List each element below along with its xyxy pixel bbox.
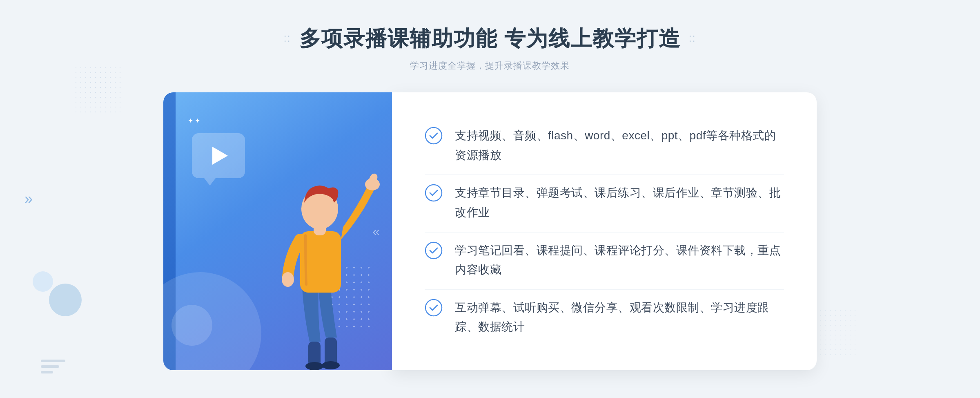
deco-circle-small [172, 305, 212, 346]
main-content: ✦ ✦ « [163, 92, 817, 370]
svg-point-3 [322, 361, 340, 369]
page-container: » ⁚⁚ 多项录播课辅助功能 专为线上教学打造 ⁚⁚ 学习进度全掌握，提升录播课… [0, 0, 980, 398]
check-icon-4 [425, 299, 443, 317]
check-icon-1 [425, 127, 443, 145]
header-title-row: ⁚⁚ 多项录播课辅助功能 专为线上教学打造 ⁚⁚ [284, 25, 696, 53]
feature-text-3: 学习笔记回看、课程提问、课程评论打分、课件资料下载，重点内容收藏 [455, 241, 784, 279]
features-panel: 支持视频、音频、flash、word、excel、ppt、pdf等各种格式的资源… [392, 92, 817, 370]
svg-point-12 [425, 300, 442, 316]
feature-item-4: 互动弹幕、试听购买、微信分享、观看次数限制、学习进度跟踪、数据统计 [425, 289, 784, 345]
chevrons-left-icon: » [24, 190, 33, 208]
svg-point-10 [425, 185, 442, 201]
stars-decoration: ✦ ✦ [188, 117, 200, 125]
header-section: ⁚⁚ 多项录播课辅助功能 专为线上教学打造 ⁚⁚ 学习进度全掌握，提升录播课教学… [284, 25, 696, 72]
play-icon [212, 147, 228, 165]
person-illustration [245, 141, 384, 370]
svg-point-9 [425, 127, 442, 144]
stripe-2 [41, 365, 59, 368]
feature-text-4: 互动弹幕、试听购买、微信分享、观看次数限制、学习进度跟踪、数据统计 [455, 298, 784, 337]
check-icon-2 [425, 184, 443, 202]
small-circle-light [33, 271, 53, 292]
page-title: 多项录播课辅助功能 专为线上教学打造 [299, 25, 681, 53]
bottom-stripes [41, 360, 65, 373]
feature-item-2: 支持章节目录、弹题考试、课后练习、课后作业、章节测验、批改作业 [425, 174, 784, 230]
svg-point-8 [282, 272, 294, 287]
small-circle-blue [49, 284, 82, 316]
stripe-3 [41, 371, 53, 373]
play-bubble [192, 133, 245, 178]
feature-text-2: 支持章节目录、弹题考试、课后练习、课后作业、章节测验、批改作业 [455, 183, 784, 222]
feature-text-1: 支持视频、音频、flash、word、excel、ppt、pdf等各种格式的资源… [455, 126, 784, 165]
svg-point-11 [425, 242, 442, 259]
page-subtitle: 学习进度全掌握，提升录播课教学效果 [284, 60, 696, 72]
header-dots-right: ⁚⁚ [689, 34, 696, 44]
feature-item-3: 学习笔记回看、课程提问、课程评论打分、课件资料下载，重点内容收藏 [425, 232, 784, 288]
dot-pattern-top-left [74, 65, 122, 114]
illustration-card: ✦ ✦ « [163, 92, 392, 370]
header-dots-left: ⁚⁚ [284, 34, 291, 44]
check-icon-3 [425, 241, 443, 259]
svg-point-2 [305, 362, 323, 370]
feature-item-1: 支持视频、音频、flash、word、excel、ppt、pdf等各种格式的资源… [425, 118, 784, 173]
svg-point-7 [365, 178, 380, 190]
stripe-1 [41, 360, 65, 362]
